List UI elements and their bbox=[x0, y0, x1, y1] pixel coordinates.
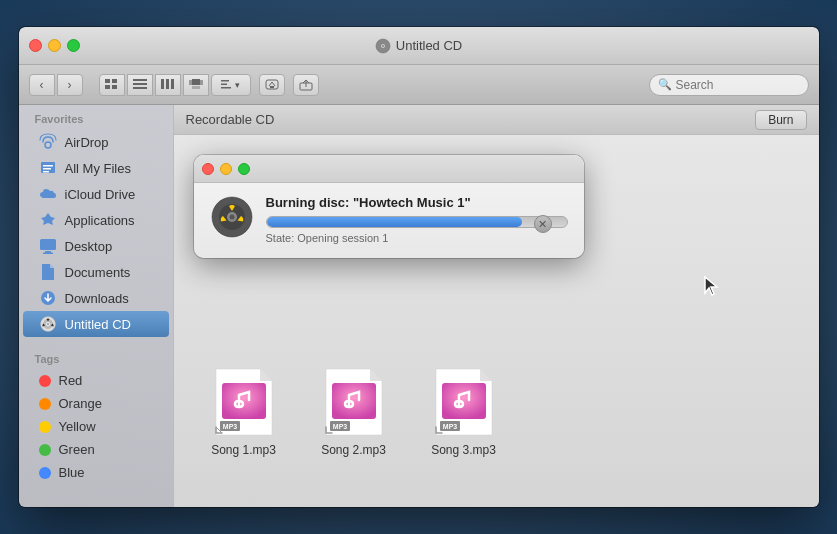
burn-dialog: Burning disc: "Howtech Music 1" ✕ State:… bbox=[194, 155, 584, 258]
minimize-button[interactable] bbox=[48, 39, 61, 52]
tags-label: Tags bbox=[19, 345, 173, 369]
svg-rect-5 bbox=[105, 85, 110, 89]
recordable-bar: Recordable CD Burn bbox=[174, 105, 819, 135]
file-item-song2[interactable]: MP3 Song 2.mp3 bbox=[314, 367, 394, 457]
sidebar-label-documents: Documents bbox=[65, 265, 131, 280]
cursor bbox=[703, 275, 719, 301]
sidebar-item-applications[interactable]: Applications bbox=[23, 207, 169, 233]
action-button[interactable] bbox=[259, 74, 285, 96]
favorites-label: Favorites bbox=[19, 105, 173, 129]
documents-icon bbox=[39, 263, 57, 281]
back-button[interactable]: ‹ bbox=[29, 74, 55, 96]
column-view-button[interactable] bbox=[155, 74, 181, 96]
burn-button[interactable]: Burn bbox=[755, 110, 806, 130]
file-content: Burning disc: "Howtech Music 1" ✕ State:… bbox=[174, 135, 819, 507]
sidebar-item-documents[interactable]: Documents bbox=[23, 259, 169, 285]
sidebar-label-applications: Applications bbox=[65, 213, 135, 228]
song3-name: Song 3.mp3 bbox=[431, 443, 496, 457]
share-button[interactable] bbox=[293, 74, 319, 96]
file-item-song3[interactable]: MP3 Song 3.mp3 bbox=[424, 367, 504, 457]
sidebar-label-untitled-cd: Untitled CD bbox=[65, 317, 131, 332]
sidebar-item-tag-green[interactable]: Green bbox=[23, 438, 169, 461]
maximize-button[interactable] bbox=[67, 39, 80, 52]
dialog-maximize-traffic[interactable] bbox=[238, 163, 250, 175]
toolbar: ‹ › ▾ bbox=[19, 65, 819, 105]
svg-rect-17 bbox=[221, 80, 229, 82]
svg-rect-30 bbox=[43, 253, 53, 255]
svg-rect-40 bbox=[222, 383, 266, 419]
tags-section: Tags Red Orange Yellow Green bbox=[19, 345, 173, 484]
song3-icon: MP3 bbox=[432, 367, 496, 437]
tag-red-label: Red bbox=[59, 373, 83, 388]
song2-icon: MP3 bbox=[322, 367, 386, 437]
close-button[interactable] bbox=[29, 39, 42, 52]
sidebar-item-all-my-files[interactable]: All My Files bbox=[23, 155, 169, 181]
progress-bar bbox=[266, 216, 568, 228]
icloud-icon bbox=[39, 185, 57, 203]
sidebar-item-tag-orange[interactable]: Orange bbox=[23, 392, 169, 415]
dialog-close-traffic[interactable] bbox=[202, 163, 214, 175]
burn-disc-icon bbox=[210, 195, 254, 239]
forward-button[interactable]: › bbox=[57, 74, 83, 96]
svg-rect-15 bbox=[200, 80, 203, 85]
main-content: Favorites AirDrop bbox=[19, 105, 819, 507]
dialog-minimize-traffic[interactable] bbox=[220, 163, 232, 175]
search-input[interactable] bbox=[676, 78, 800, 92]
recordable-label: Recordable CD bbox=[186, 112, 275, 127]
cd-sidebar-icon bbox=[39, 315, 57, 333]
sidebar-item-tag-yellow[interactable]: Yellow bbox=[23, 415, 169, 438]
dialog-title-text: Burning disc: "Howtech Music 1" bbox=[266, 195, 568, 210]
cover-flow-button[interactable] bbox=[183, 74, 209, 96]
svg-rect-4 bbox=[112, 79, 117, 83]
cd-title-icon bbox=[375, 38, 391, 54]
sidebar-item-untitled-cd[interactable]: Untitled CD bbox=[23, 311, 169, 337]
sidebar-item-tag-blue[interactable]: Blue bbox=[23, 461, 169, 484]
svg-point-35 bbox=[47, 323, 49, 325]
dialog-content: Burning disc: "Howtech Music 1" ✕ State:… bbox=[210, 195, 568, 244]
nav-buttons: ‹ › bbox=[29, 74, 83, 96]
window-title: Untitled CD bbox=[396, 38, 462, 53]
sidebar-item-desktop[interactable]: Desktop bbox=[23, 233, 169, 259]
svg-rect-11 bbox=[166, 79, 169, 89]
dialog-dismiss-button[interactable]: ✕ bbox=[534, 215, 552, 233]
sidebar-item-downloads[interactable]: Downloads bbox=[23, 285, 169, 311]
svg-text:MP3: MP3 bbox=[442, 423, 457, 430]
tag-green-dot bbox=[39, 444, 51, 456]
arrange-button[interactable]: ▾ bbox=[211, 74, 251, 96]
svg-rect-46 bbox=[442, 383, 486, 419]
sidebar-item-tag-red[interactable]: Red bbox=[23, 369, 169, 392]
dialog-info: Burning disc: "Howtech Music 1" ✕ State:… bbox=[266, 195, 568, 244]
svg-rect-9 bbox=[133, 87, 147, 89]
sidebar-label-airdrop: AirDrop bbox=[65, 135, 109, 150]
sidebar-item-airdrop[interactable]: AirDrop bbox=[23, 129, 169, 155]
song1-name: Song 1.mp3 bbox=[211, 443, 276, 457]
search-box[interactable]: 🔍 bbox=[649, 74, 809, 96]
svg-point-39 bbox=[229, 215, 234, 220]
svg-rect-12 bbox=[171, 79, 174, 89]
view-buttons: ▾ bbox=[99, 74, 251, 96]
svg-rect-21 bbox=[270, 86, 274, 88]
song1-icon: MP3 bbox=[212, 367, 276, 437]
svg-rect-16 bbox=[192, 86, 200, 89]
traffic-lights bbox=[29, 39, 80, 52]
tag-green-label: Green bbox=[59, 442, 95, 457]
desktop-icon bbox=[39, 237, 57, 255]
sidebar-label-all-my-files: All My Files bbox=[65, 161, 131, 176]
finder-window: Untitled CD ‹ › ▾ bbox=[19, 27, 819, 507]
list-view-button[interactable] bbox=[127, 74, 153, 96]
sidebar-item-icloud-drive[interactable]: iCloud Drive bbox=[23, 181, 169, 207]
tag-blue-dot bbox=[39, 467, 51, 479]
svg-rect-14 bbox=[189, 80, 192, 85]
title-bar: Untitled CD bbox=[19, 27, 819, 65]
file-item-song1[interactable]: MP3 Song 1.mp3 bbox=[204, 367, 284, 457]
icon-view-button[interactable] bbox=[99, 74, 125, 96]
svg-rect-7 bbox=[133, 79, 147, 81]
svg-rect-18 bbox=[221, 83, 227, 85]
sidebar: Favorites AirDrop bbox=[19, 105, 174, 507]
svg-rect-3 bbox=[105, 79, 110, 83]
svg-rect-10 bbox=[161, 79, 164, 89]
svg-rect-13 bbox=[192, 79, 200, 85]
svg-rect-25 bbox=[43, 165, 53, 167]
tag-blue-label: Blue bbox=[59, 465, 85, 480]
svg-rect-19 bbox=[221, 87, 231, 89]
